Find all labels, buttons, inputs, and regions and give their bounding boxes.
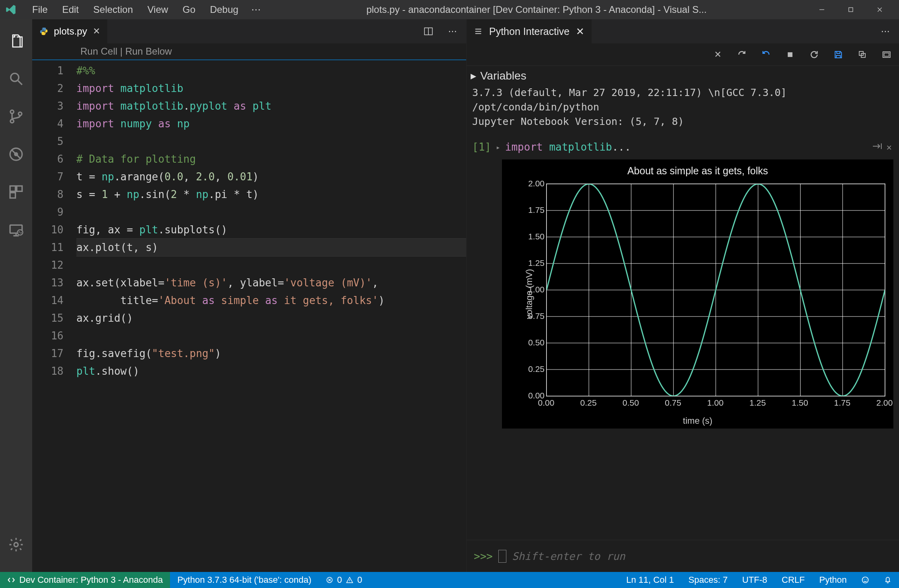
tab-python-interactive[interactable]: Python Interactive ✕: [467, 19, 592, 43]
close-button[interactable]: [865, 0, 894, 19]
cell-actions: ✕: [872, 142, 893, 152]
chevron-right-icon: ▸: [471, 69, 476, 82]
titlebar: File Edit Selection View Go Debug ⋯ plot…: [0, 0, 899, 19]
expand-icon[interactable]: [879, 47, 894, 62]
plot-yticks: 0.000.250.500.751.001.251.501.752.00: [522, 184, 545, 396]
tab-plots-py[interactable]: plots.py ✕: [32, 19, 108, 43]
warning-icon: [346, 576, 353, 584]
codelens-run-below[interactable]: Run Below: [125, 46, 172, 57]
codelens-run-cell[interactable]: Run Cell: [80, 46, 117, 57]
svg-point-40: [866, 579, 867, 580]
restart-icon[interactable]: [807, 47, 822, 62]
remove-cell-icon[interactable]: ✕: [710, 47, 725, 62]
status-language[interactable]: Python: [812, 572, 854, 588]
plot-title: About as simple as it gets, folks: [502, 165, 893, 177]
status-spaces[interactable]: Spaces: 7: [681, 572, 735, 588]
status-interpreter[interactable]: Python 3.7.3 64-bit ('base': conda): [170, 572, 319, 588]
minimize-button[interactable]: [807, 0, 836, 19]
split-editor-icon[interactable]: [420, 23, 436, 39]
explorer-icon[interactable]: [0, 25, 32, 57]
extensions-icon[interactable]: [0, 176, 32, 208]
save-icon[interactable]: [831, 47, 846, 62]
interactive-tab-actions: ⋯: [877, 19, 899, 43]
chevron-right-icon: ▸: [496, 143, 500, 151]
menu-overflow[interactable]: ⋯: [246, 2, 266, 18]
plot-output: About as simple as it gets, folks voltag…: [502, 159, 893, 429]
code-lens: Run Cell | Run Below: [32, 43, 466, 60]
activity-bar: [0, 19, 32, 572]
svg-rect-7: [10, 186, 15, 191]
search-icon[interactable]: [0, 63, 32, 95]
cell-number: [1]: [472, 141, 491, 153]
window-title: plots.py - anacondacontainer [Dev Contai…: [267, 4, 806, 15]
line-number-gutter: 123456789101112131415161718: [32, 60, 76, 572]
svg-rect-18: [884, 53, 889, 56]
svg-point-12: [14, 543, 18, 547]
editor-tab-actions: ⋯: [420, 19, 466, 43]
interactive-input[interactable]: >>> Shift-enter to run: [467, 540, 899, 572]
source-control-icon[interactable]: [0, 100, 32, 133]
svg-point-1: [11, 74, 19, 82]
interrupt-icon[interactable]: [782, 47, 798, 62]
status-feedback-icon[interactable]: [854, 572, 876, 588]
prompt-label: >>>: [474, 550, 493, 562]
code-editor[interactable]: 123456789101112131415161718 #%%import ma…: [32, 60, 466, 572]
variables-label: Variables: [480, 69, 526, 82]
kernel-info: 3.7.3 (default, Mar 27 2019, 22:11:17) \…: [467, 86, 899, 133]
interactive-pane: Python Interactive ✕ ⋯ ✕: [466, 19, 899, 572]
delete-cell-icon[interactable]: ✕: [887, 142, 892, 152]
editor-pane: plots.py ✕ ⋯ Run Cell | Run Below 123456…: [32, 19, 466, 572]
goto-code-icon[interactable]: [872, 142, 883, 152]
plot-axes: [546, 184, 885, 396]
remote-explorer-icon[interactable]: [0, 214, 32, 246]
menu-debug[interactable]: Debug: [203, 2, 245, 18]
editor-split: plots.py ✕ ⋯ Run Cell | Run Below 123456…: [32, 19, 899, 572]
close-icon[interactable]: ✕: [576, 26, 584, 37]
main: plots.py ✕ ⋯ Run Cell | Run Below 123456…: [0, 19, 899, 572]
status-notifications-icon[interactable]: [876, 572, 899, 588]
editor-tabbar: plots.py ✕ ⋯: [32, 19, 466, 43]
menu-selection[interactable]: Selection: [87, 2, 139, 18]
redo-icon[interactable]: [734, 47, 750, 62]
svg-point-3: [10, 120, 14, 123]
plot-xlabel: time (s): [502, 416, 893, 426]
settings-gear-icon[interactable]: [0, 529, 32, 561]
menu-file[interactable]: File: [26, 2, 54, 18]
close-icon[interactable]: ✕: [93, 26, 100, 37]
svg-rect-14: [788, 52, 793, 57]
plot-xticks: 0.000.250.500.751.001.251.501.752.00: [546, 398, 885, 409]
tab-label: plots.py: [54, 26, 87, 37]
cell-output-header[interactable]: [1] ▸ import matplotlib... ✕: [467, 133, 899, 155]
status-problems[interactable]: 0 0: [319, 572, 370, 588]
status-eol[interactable]: CRLF: [774, 572, 812, 588]
maximize-button[interactable]: [836, 0, 865, 19]
svg-point-6: [14, 152, 18, 156]
export-icon[interactable]: [855, 47, 870, 62]
svg-point-2: [10, 110, 14, 113]
status-bar: Dev Container: Python 3 - Anaconda Pytho…: [0, 572, 899, 588]
svg-rect-8: [17, 186, 22, 191]
svg-point-11: [17, 230, 23, 235]
more-actions-icon[interactable]: ⋯: [877, 23, 893, 39]
status-cursor[interactable]: Ln 11, Col 1: [619, 572, 681, 588]
cell-code-preview: import matplotlib...: [505, 141, 631, 153]
tab-label: Python Interactive: [489, 26, 569, 37]
more-actions-icon[interactable]: ⋯: [444, 23, 461, 39]
menu-view[interactable]: View: [141, 2, 175, 18]
menu-edit[interactable]: Edit: [56, 2, 85, 18]
error-icon: [326, 576, 333, 584]
status-encoding[interactable]: UTF-8: [735, 572, 774, 588]
svg-point-39: [864, 579, 865, 580]
undo-icon[interactable]: [758, 47, 774, 62]
interactive-tabbar: Python Interactive ✕ ⋯: [467, 19, 899, 43]
vscode-logo-icon: [5, 3, 18, 16]
input-cursor: [498, 550, 506, 563]
variables-section[interactable]: ▸ Variables: [467, 66, 899, 86]
window-controls: [807, 0, 894, 19]
svg-rect-9: [10, 193, 15, 198]
debug-icon[interactable]: [0, 138, 32, 170]
status-remote[interactable]: Dev Container: Python 3 - Anaconda: [0, 572, 170, 588]
code-content[interactable]: #%%import matplotlibimport matplotlib.py…: [76, 60, 466, 572]
interactive-toolbar: ✕: [467, 43, 899, 66]
menu-go[interactable]: Go: [176, 2, 202, 18]
